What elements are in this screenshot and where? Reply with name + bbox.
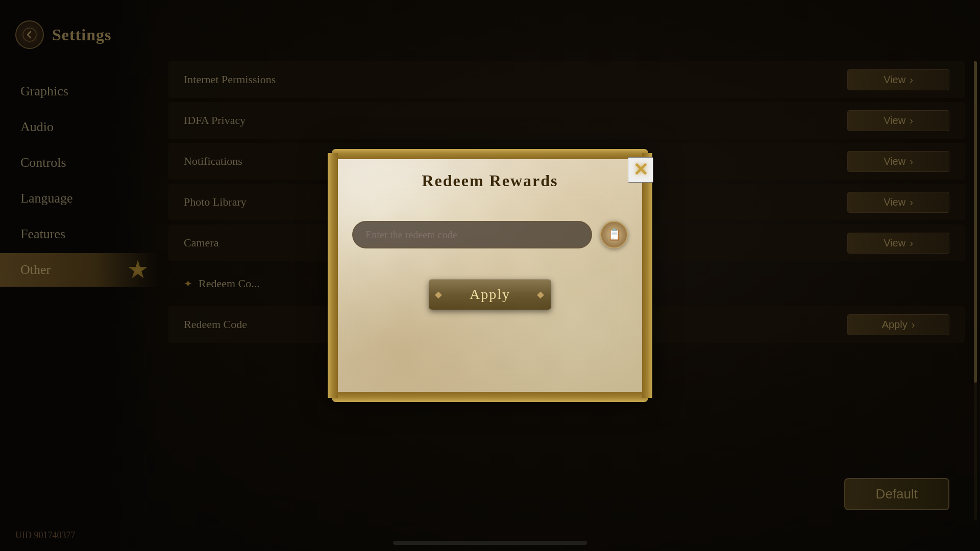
- modal-overlay: ✕ Redeem Rewards 📋 Apply: [0, 0, 980, 551]
- paste-button[interactable]: 📋: [600, 221, 628, 248]
- redeem-code-input[interactable]: [352, 221, 592, 248]
- clipboard-icon: 📋: [607, 228, 621, 241]
- modal-bottom-border: [332, 392, 648, 402]
- modal-title: Redeem Rewards: [422, 171, 558, 190]
- modal-top-border: [332, 149, 648, 159]
- modal-right-border: [642, 153, 652, 398]
- modal-apply-button[interactable]: Apply: [429, 279, 551, 310]
- input-row: 📋: [352, 221, 628, 248]
- redeem-modal: ✕ Redeem Rewards 📋 Apply: [332, 153, 648, 398]
- close-icon: ✕: [633, 159, 648, 181]
- modal-close-button[interactable]: ✕: [628, 157, 653, 183]
- modal-left-border: [328, 153, 338, 398]
